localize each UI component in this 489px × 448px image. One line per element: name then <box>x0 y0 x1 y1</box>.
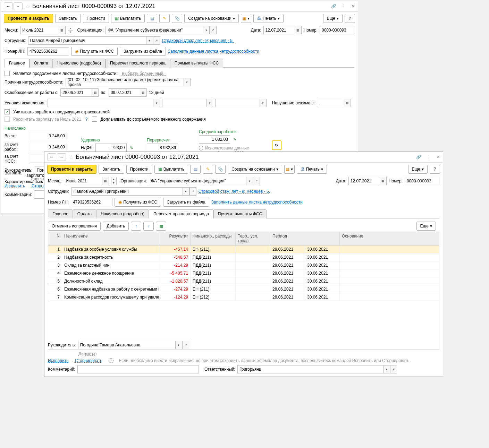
month-input-2[interactable]: Июль 2021 <box>64 177 102 185</box>
attach-icon-button[interactable]: 📎 <box>172 14 182 23</box>
org-dropdown-icon[interactable]: ▾ <box>203 26 210 34</box>
fill-ln-data-link-2[interactable]: Заполнить данные листка нетрудоспособнос… <box>211 200 303 205</box>
table-row[interactable]: 2Надбавка за секретность-548,57ПДД(211)2… <box>48 253 439 261</box>
comment-input-2[interactable] <box>77 365 199 373</box>
doc-icon-button-2[interactable]: ▤ <box>190 165 201 174</box>
head-position-link-2[interactable]: Директор <box>78 351 96 356</box>
comment-input[interactable] <box>34 190 44 199</box>
print-button[interactable]: 🖶 Печать ▾ <box>253 14 284 23</box>
post-and-close-button-2[interactable]: Провести и закрыть <box>47 165 96 174</box>
link-icon-2[interactable]: 🔗 <box>416 155 421 160</box>
tab-recalc[interactable]: Пересчет прошлого периода <box>106 59 170 68</box>
close-icon[interactable]: ✕ <box>352 4 355 9</box>
head-open-icon[interactable]: ↗ <box>182 341 189 349</box>
load-from-file-button-2[interactable]: Загрузить из файла <box>163 198 209 207</box>
cond1-input[interactable] <box>48 99 153 107</box>
employee-input-2[interactable]: Павлов Андрей Григорьевич <box>71 187 183 196</box>
responsible-open-icon[interactable]: ↗ <box>390 365 397 373</box>
fill-ln-data-link[interactable]: Заполнить данные листка нетрудоспособнос… <box>168 49 259 54</box>
ln-number-input[interactable]: 479323536262 <box>27 47 69 55</box>
employee-input[interactable]: Павлов Андрей Григорьевич <box>28 36 146 45</box>
favorite-star-icon[interactable]: ☆ <box>25 3 30 10</box>
recalc-input[interactable] <box>147 144 178 152</box>
help-button[interactable]: ? <box>345 14 355 23</box>
insurance-stage-link-2[interactable]: Страховой стаж: лет - 9; месяцев - 5. <box>199 189 270 194</box>
refresh-button[interactable]: ⟳ <box>272 140 281 150</box>
org-input-2[interactable]: ФА "Управление субъекта федерации" <box>149 177 246 185</box>
extra-icon-button[interactable]: ▦ ▾ <box>241 14 251 23</box>
ln-number-input-2[interactable]: 479323536262 <box>71 198 112 206</box>
grid-settings-button[interactable]: ▦ <box>156 222 166 231</box>
avg-earn-input[interactable] <box>199 135 230 144</box>
employee-dropdown-icon[interactable]: ▾ <box>146 36 153 45</box>
attach-icon-button-2[interactable]: 📎 <box>215 165 226 174</box>
get-from-fss-button-2[interactable]: ◉ Получить из ФСС <box>115 198 161 207</box>
calendar-icon-2[interactable]: ▦ <box>102 177 109 185</box>
org-input[interactable]: ФА "Управление субъекта федерации" <box>106 26 203 34</box>
table-row[interactable]: 7Компенсация расходов госслужащему при у… <box>48 293 439 301</box>
more-button-2[interactable]: Еще ▾ <box>408 165 428 174</box>
th-result[interactable]: Результат <box>159 232 191 245</box>
pay-button-2[interactable]: ▦Выплатить <box>154 165 188 174</box>
th-n[interactable]: N <box>48 232 62 245</box>
write-button[interactable]: Записать <box>55 14 81 23</box>
load-from-file-button[interactable]: Загрузить из файла <box>120 47 166 56</box>
violation-cal-icon[interactable]: ▦ <box>344 99 351 107</box>
cond3-input[interactable] <box>215 99 259 107</box>
table-row[interactable]: 3Оклад за классный чин-214,29ПДД(211)28.… <box>48 261 439 269</box>
date-calendar-icon-2[interactable]: ▦ <box>380 177 387 185</box>
reason-dropdown-icon[interactable]: ▾ <box>184 78 191 86</box>
post-button-2[interactable]: Провести <box>126 165 152 174</box>
print-button-2[interactable]: 🖶 Печать ▾ <box>297 165 327 174</box>
favorite-star-icon-2[interactable]: ☆ <box>69 154 74 161</box>
help-q-icon[interactable]: ? <box>85 117 88 122</box>
grid-more-button[interactable]: Еще ▾ <box>416 222 436 231</box>
move-up-button[interactable]: ↑ <box>131 222 141 231</box>
menu-dots-icon[interactable]: ⋮ <box>342 4 346 9</box>
calendar-icon[interactable]: ▦ <box>59 26 66 34</box>
create-based-button[interactable]: Создать на основании ▾ <box>184 14 239 23</box>
table-row[interactable]: 6Ежемесячная надбавка за работу с секрет… <box>48 285 439 293</box>
pencil-icon-2[interactable]: ✎ <box>233 137 236 142</box>
employee-open-icon-2[interactable]: ↗ <box>189 187 196 196</box>
tab-main[interactable]: Главное <box>5 59 29 68</box>
org-open-icon[interactable]: ↗ <box>210 26 217 34</box>
tab-accrued-2[interactable]: Начислено (подробно) <box>96 209 149 218</box>
responsible-dropdown-icon[interactable]: ▾ <box>383 365 390 373</box>
post-and-close-button[interactable]: Провести и закрыть <box>4 14 53 23</box>
post-button[interactable]: Провести <box>83 14 109 23</box>
reason-input[interactable]: (01, 02, 10, 11) Заболевание или травма … <box>66 78 184 86</box>
violation-input[interactable]: . . <box>317 99 344 107</box>
month-spinner-2[interactable]: ▲▼ <box>111 177 117 185</box>
month-input[interactable]: Июль 2021 <box>20 26 59 34</box>
th-name[interactable]: Начисление <box>62 232 159 245</box>
fix-link-2[interactable]: Исправить <box>48 358 68 363</box>
tab-payment[interactable]: Оплата <box>29 59 53 68</box>
release-to-input[interactable]: 09.07.2021 <box>109 88 140 97</box>
head-input-2[interactable]: Погодина Тамара Анатольевна <box>78 341 175 349</box>
fix-link[interactable]: Исправить <box>5 183 25 188</box>
th-territory[interactable]: Терр., усл. труда <box>236 232 270 245</box>
release-from-input[interactable]: 28.06.2021 <box>60 88 92 97</box>
org-dropdown-icon-2[interactable]: ▾ <box>246 177 253 185</box>
pencil-icon[interactable]: ✎ <box>130 146 133 150</box>
tab-recalc-2[interactable]: Пересчет прошлого периода <box>149 209 213 218</box>
tab-accrued[interactable]: Начислено (подробно) <box>53 59 106 68</box>
highlight-icon-button[interactable]: ✎ <box>159 14 170 23</box>
org-open-icon-2[interactable]: ↗ <box>253 177 260 185</box>
cond2-input[interactable] <box>162 99 206 107</box>
nav-forward-button[interactable]: → <box>14 2 23 10</box>
select-sicklist-link[interactable]: Выбрать больничный... <box>122 71 167 76</box>
cond2-dropdown[interactable]: ▾ <box>206 99 213 107</box>
tab-direct-fss-2[interactable]: Прямые выплаты ФСС <box>213 209 267 218</box>
release-from-cal-icon[interactable]: ▦ <box>92 88 99 97</box>
continuation-checkbox[interactable] <box>5 71 10 76</box>
add-row-button[interactable]: Добавить <box>103 222 129 231</box>
ndfl-input[interactable] <box>95 144 127 152</box>
table-row[interactable]: 1Надбавка за особые условия службы-457,1… <box>48 245 439 253</box>
th-period[interactable]: Период <box>270 232 340 245</box>
release-to-cal-icon[interactable]: ▦ <box>140 88 147 97</box>
date-input[interactable]: 12.07.2021 <box>263 26 295 34</box>
extra-icon-button-2[interactable]: ▦ ▾ <box>284 165 295 174</box>
storno-link-2[interactable]: Сторнировать <box>75 358 102 363</box>
